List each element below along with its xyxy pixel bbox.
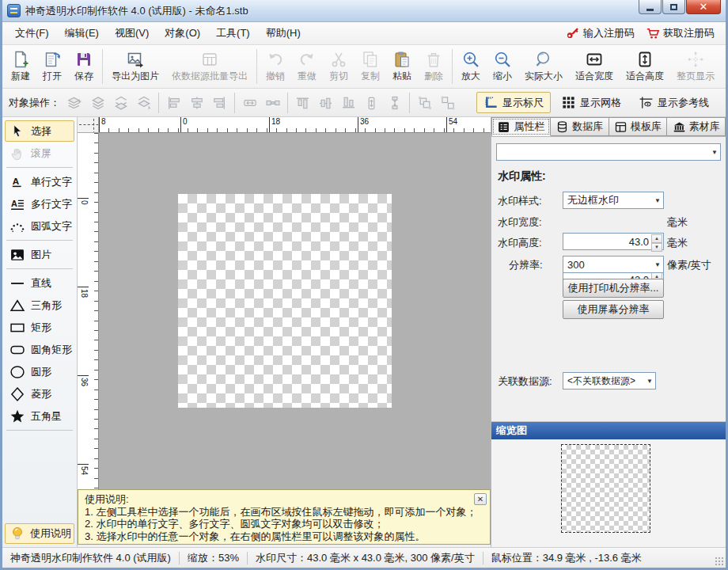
canvas-background[interactable] xyxy=(99,133,491,489)
redo-button: 重做 xyxy=(291,47,323,86)
multi-line-text-icon: A xyxy=(9,196,26,212)
width-unit: 毫米 xyxy=(667,215,688,230)
get-register-code-link[interactable]: 获取注册码 xyxy=(646,26,715,41)
watermark-style-dropdown[interactable]: 无边框水印 ▼ xyxy=(563,192,664,209)
canvas-region: 8 0 18 36 54 0 18 36 54 xyxy=(78,117,491,489)
ruler-label: 54 xyxy=(78,464,89,475)
new-document-icon xyxy=(11,50,30,69)
object-operations-label: 对象操作： xyxy=(9,96,60,110)
redo-icon xyxy=(298,50,317,69)
tool-rounded-rectangle[interactable]: 圆角矩形 xyxy=(5,339,74,360)
spinner-arrows[interactable]: ▲▼ xyxy=(651,234,662,249)
dpi-unit: 像素/英寸 xyxy=(667,258,711,272)
status-watermark-size: 水印尺寸：43.0 毫米 x 43.0 毫米, 300 像素/英寸 xyxy=(248,551,483,565)
paste-button[interactable]: 粘贴 xyxy=(386,47,418,86)
zoom-in-button[interactable]: 放大 xyxy=(455,47,487,86)
open-button[interactable]: 打开 xyxy=(36,47,68,86)
printer-resolution-button[interactable]: 使用打印机分辨率... xyxy=(563,279,664,298)
help-title: 使用说明: xyxy=(85,493,483,506)
tool-multi-line-text[interactable]: A多行文字 xyxy=(5,193,74,215)
copy-icon xyxy=(361,50,380,69)
resolution-dropdown[interactable]: 300 ▼ xyxy=(563,256,664,273)
group-icon xyxy=(413,93,436,113)
tool-rectangle[interactable]: 矩形 xyxy=(5,317,74,338)
watermark-width-spinner[interactable]: 43.0 ▲▼ xyxy=(563,233,664,250)
ruler-icon xyxy=(483,95,499,110)
single-line-text-icon: A xyxy=(9,174,26,190)
show-grid-toggle[interactable]: 显示网格 xyxy=(554,92,628,113)
cut-icon xyxy=(329,50,348,69)
tool-diamond[interactable]: 菱形 xyxy=(5,383,74,405)
menu-tools[interactable]: 工具(T) xyxy=(208,23,258,44)
menu-file[interactable]: 文件(F) xyxy=(7,23,57,44)
tool-triangle[interactable]: 三角形 xyxy=(5,294,74,316)
object-selector-combobox[interactable]: ▼ xyxy=(496,143,721,161)
menu-object[interactable]: 对象(O) xyxy=(157,23,208,44)
object-operations-bar: 对象操作： 显示标尺 显示网格 xyxy=(2,89,726,117)
zoom-out-button[interactable]: 缩小 xyxy=(487,47,518,86)
minimize-button[interactable] xyxy=(639,0,662,14)
fit-width-button[interactable]: 适合宽度 xyxy=(569,47,620,86)
material-tab-icon xyxy=(673,120,686,134)
maximize-button[interactable] xyxy=(662,0,685,14)
tool-select[interactable]: 选择 xyxy=(5,120,74,142)
image-icon xyxy=(9,247,26,263)
width-label: 水印宽度: xyxy=(498,215,542,230)
save-button[interactable]: 保存 xyxy=(68,47,100,86)
rounded-rectangle-icon xyxy=(9,342,26,358)
zoom-in-icon xyxy=(461,50,480,69)
rectangle-icon xyxy=(9,320,26,336)
export-image-button[interactable]: 导出为图片 xyxy=(105,47,165,86)
template-tab-icon xyxy=(614,120,628,134)
screen-resolution-button[interactable]: 使用屏幕分辨率 xyxy=(563,300,664,319)
delete-icon xyxy=(424,50,443,69)
tool-line[interactable]: 直线 xyxy=(5,272,74,294)
style-label: 水印样式: xyxy=(498,194,542,208)
tab-database[interactable]: 数据库 xyxy=(551,117,609,136)
same-height-icon xyxy=(362,91,382,114)
menu-view[interactable]: 视图(V) xyxy=(107,23,157,44)
tool-star[interactable]: 五角星 xyxy=(5,405,74,427)
menu-edit[interactable]: 编辑(E) xyxy=(57,23,107,44)
chevron-down-icon: ▼ xyxy=(646,378,653,385)
open-file-icon xyxy=(43,50,62,69)
tab-properties[interactable]: 属性栏 xyxy=(491,117,551,136)
tool-circle[interactable]: 圆形 xyxy=(5,361,74,382)
ruler-corner xyxy=(78,117,99,133)
resize-grip[interactable] xyxy=(715,557,724,566)
same-width-icon xyxy=(238,93,261,113)
help-close-button[interactable]: ✕ xyxy=(474,493,487,505)
tool-arc-text[interactable]: 圆弧文字 xyxy=(5,215,74,237)
watermark-transparent-canvas[interactable] xyxy=(178,194,392,408)
datasource-dropdown[interactable]: <不关联数据源> ▼ xyxy=(563,372,656,390)
tool-image[interactable]: 图片 xyxy=(5,244,74,265)
tab-materials[interactable]: 素材库 xyxy=(667,117,726,136)
menu-help[interactable]: 帮助(H) xyxy=(258,23,309,44)
enter-register-code-link[interactable]: 输入注册码 xyxy=(566,26,635,41)
fit-height-icon xyxy=(635,50,654,69)
ruler-label: 0 xyxy=(180,117,188,133)
show-guide-toggle[interactable]: 显示参考线 xyxy=(631,92,716,113)
send-to-back-icon xyxy=(132,93,155,113)
usage-help-button[interactable]: 使用说明 xyxy=(5,523,74,544)
ruler-label: 36 xyxy=(78,375,89,386)
fit-height-button[interactable]: 适合高度 xyxy=(620,47,670,86)
spin-down-icon[interactable]: ▼ xyxy=(651,243,662,252)
tool-single-line-text[interactable]: A单行文字 xyxy=(5,171,74,192)
align-left-icon xyxy=(162,93,185,113)
whole-page-button: 整页显示 xyxy=(670,47,721,86)
show-ruler-toggle[interactable]: 显示标尺 xyxy=(476,92,551,113)
zoom-out-icon xyxy=(493,50,512,69)
tool-pan: 滚屏 xyxy=(5,142,74,164)
actual-size-button[interactable]: 实际大小 xyxy=(518,47,569,86)
right-panel: 属性栏 数据库 模板库 素材库 ▼ 水印属性: 水印样式: 无边框水印 ▼ 水印… xyxy=(491,117,726,547)
thumbnail-header: 缩览图 xyxy=(491,422,726,439)
chevron-down-icon: ▼ xyxy=(654,197,661,204)
close-button[interactable]: ✕ xyxy=(686,0,721,14)
actual-size-icon xyxy=(534,50,553,69)
new-button[interactable]: 新建 xyxy=(5,47,36,86)
spin-up-icon[interactable]: ▲ xyxy=(651,234,662,243)
watermark-properties-heading: 水印属性: xyxy=(498,169,546,184)
tab-templates[interactable]: 模板库 xyxy=(609,117,668,136)
usage-help-box: 使用说明: 1. 左侧工具栏中选择一个功能后，在画布区域按住鼠标左键拖动，即可添… xyxy=(78,489,491,545)
